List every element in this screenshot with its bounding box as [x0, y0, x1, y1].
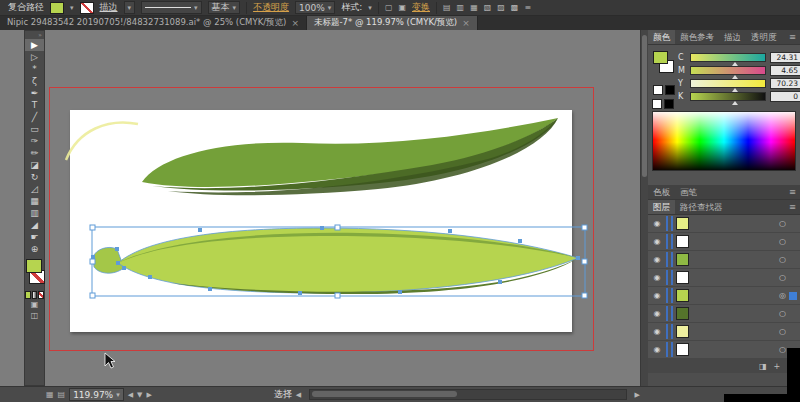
handle-mid-right[interactable]	[582, 259, 587, 264]
layer-thumbnail[interactable]	[676, 307, 689, 320]
layer-thumbnail[interactable]	[676, 253, 689, 266]
anchor-point[interactable]	[320, 226, 324, 230]
pen-tool[interactable]: ✒	[25, 87, 44, 99]
layer-row[interactable]: ◉ ○	[648, 215, 800, 233]
color-button[interactable]	[25, 291, 31, 299]
layer-row[interactable]: ◉ ○	[648, 269, 800, 287]
target-circle-icon[interactable]: ○	[779, 219, 786, 228]
close-icon[interactable]: ×	[291, 18, 299, 28]
tab-stroke[interactable]: 描边	[719, 30, 746, 44]
handle-bottom-center[interactable]	[335, 293, 340, 298]
doc-tab-1[interactable]: Nipic 29483542 20190705!/84832731089.ai*…	[0, 16, 307, 30]
chevron-down-icon[interactable]: ▾	[116, 391, 120, 399]
anchor-point[interactable]	[91, 255, 95, 259]
stroke-link[interactable]: 描边	[100, 1, 118, 14]
opacity-link[interactable]: 不透明度	[253, 1, 289, 14]
rotate-tool[interactable]: ↻	[25, 171, 44, 183]
visibility-eye-icon[interactable]: ◉	[651, 327, 663, 336]
anchor-point[interactable]	[576, 256, 580, 260]
layer-thumbnail[interactable]	[676, 271, 689, 284]
first-artboard-icon[interactable]: ◀	[128, 391, 133, 399]
paintbrush-tool[interactable]: ✑	[25, 135, 44, 147]
gradient-button[interactable]	[32, 291, 38, 299]
layer-thumbnail[interactable]	[676, 289, 689, 302]
tab-pathfinder[interactable]: 路径查找器	[675, 200, 728, 214]
panel-menu-icon[interactable]: ≡	[789, 202, 800, 212]
visibility-eye-icon[interactable]: ◉	[651, 255, 663, 264]
pepper-shape-selected[interactable]	[93, 228, 578, 294]
anchor-point[interactable]	[116, 261, 120, 265]
width-profile-dropdown[interactable]: ▾	[141, 1, 202, 14]
white-swatch[interactable]	[652, 99, 662, 109]
close-icon[interactable]: ×	[462, 18, 470, 28]
visibility-eye-icon[interactable]: ◉	[651, 273, 663, 282]
selected-art-indicator[interactable]	[789, 328, 797, 336]
layer-thumbnail[interactable]	[676, 325, 689, 338]
eyedropper-tool[interactable]: ◢	[25, 219, 44, 231]
black-swatch[interactable]	[665, 85, 675, 95]
fill-caret-icon[interactable]: ▾	[70, 4, 74, 12]
handle-mid-left[interactable]	[90, 259, 95, 264]
scale-tool[interactable]: ◿	[25, 183, 44, 195]
black-value-field[interactable]: 0	[770, 91, 800, 102]
selected-art-indicator[interactable]	[789, 220, 797, 228]
black-swatch[interactable]	[664, 99, 674, 109]
yellow-arc-path[interactable]	[66, 123, 138, 161]
gradient-tool[interactable]: ▥	[25, 207, 44, 219]
magic-wand-tool[interactable]: *	[25, 63, 44, 75]
anchor-point[interactable]	[518, 239, 522, 243]
layer-row[interactable]: ◉ ○	[648, 251, 800, 269]
stroke-swatch[interactable]	[80, 2, 94, 14]
tab-transparency[interactable]: 透明度	[746, 30, 782, 44]
tab-color[interactable]: 颜色	[648, 30, 675, 44]
selected-art-indicator[interactable]	[789, 274, 797, 282]
anchor-point[interactable]	[122, 266, 126, 270]
type-tool[interactable]: T	[25, 99, 44, 111]
preferences-icon[interactable]: ▣	[398, 3, 406, 12]
tab-layers[interactable]: 图层	[648, 200, 675, 214]
control-panel-menu-icon[interactable]: ≡	[524, 3, 531, 12]
layer-row[interactable]: ◉ ○	[648, 305, 800, 323]
grid-icon[interactable]: ▤	[58, 390, 66, 399]
visibility-eye-icon[interactable]: ◉	[651, 219, 663, 228]
align-middle-icon[interactable]: ▨	[497, 3, 505, 12]
zoom-level-field[interactable]: 119.97% ▾	[69, 388, 124, 401]
selection-tool[interactable]: ▶	[25, 39, 44, 51]
align-left-icon[interactable]: ▤	[443, 3, 451, 12]
horizontal-scrollbar[interactable]	[309, 389, 626, 400]
layer-row[interactable]: ◉ ◎	[648, 287, 800, 305]
fill-proxy-swatch[interactable]	[653, 51, 668, 64]
next-artboard-icon[interactable]: ▶	[146, 391, 151, 399]
transform-link[interactable]: 变换	[412, 1, 430, 14]
handle-top-center[interactable]	[335, 225, 340, 230]
handle-bottom-left[interactable]	[90, 293, 95, 298]
rectangle-tool[interactable]: ▭	[25, 123, 44, 135]
selected-art-indicator[interactable]	[789, 238, 797, 246]
doc-setup-icon[interactable]: ▢	[385, 3, 393, 12]
pepper-body[interactable]	[118, 228, 578, 293]
vertical-scrollbar-thumb[interactable]	[642, 35, 647, 177]
anchor-point[interactable]	[298, 291, 302, 295]
pencil-tool[interactable]: ✏	[25, 147, 44, 159]
lasso-tool[interactable]: ζ	[25, 75, 44, 87]
selected-art-indicator[interactable]	[789, 292, 797, 300]
mesh-tool[interactable]: ▦	[25, 195, 44, 207]
make-mask-icon[interactable]: ◨	[759, 362, 767, 371]
target-circle-icon[interactable]: ◎	[779, 291, 786, 300]
align-right-icon[interactable]: ▦	[470, 3, 478, 12]
magenta-value-field[interactable]: 4.65	[770, 65, 800, 76]
anchor-point[interactable]	[208, 287, 212, 291]
target-circle-icon[interactable]: ○	[779, 309, 786, 318]
hand-tool[interactable]: ☛	[25, 231, 44, 243]
anchor-point[interactable]	[398, 290, 402, 294]
visibility-eye-icon[interactable]: ◉	[651, 309, 663, 318]
selected-art-indicator[interactable]	[789, 256, 797, 264]
target-circle-icon[interactable]: ○	[779, 327, 786, 336]
pepper-stem[interactable]	[93, 247, 124, 273]
artboard-menu-icon[interactable]: ▼	[137, 391, 142, 399]
anchor-point[interactable]	[198, 228, 202, 232]
align-center-icon[interactable]: ▥	[457, 3, 465, 12]
layer-row[interactable]: ◉ ○	[648, 323, 800, 341]
scroll-right-icon[interactable]: ▶	[635, 391, 640, 399]
target-circle-icon[interactable]: ○	[779, 237, 786, 246]
